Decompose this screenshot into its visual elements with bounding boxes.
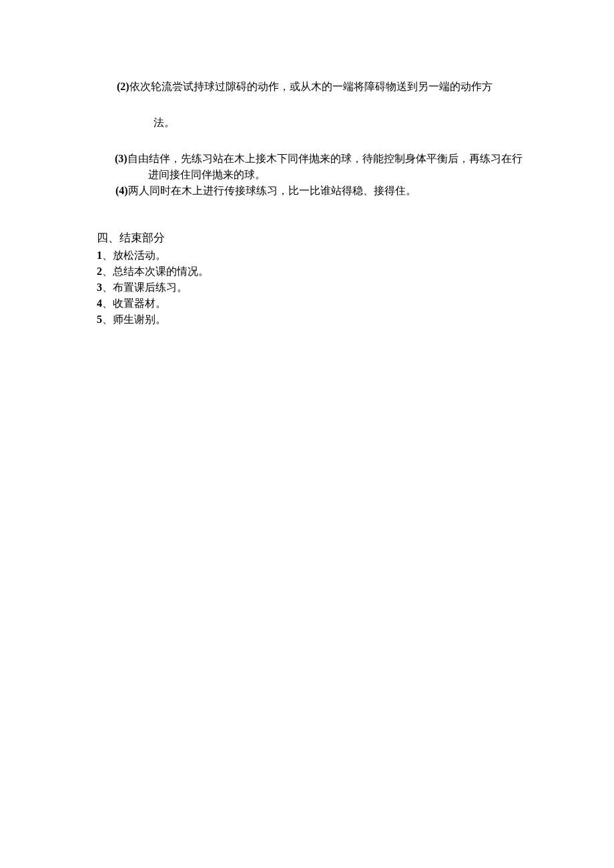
ending-sep-5: 、 — [102, 314, 113, 325]
item-3-line-2: 进间接住同伴抛来的球。 — [115, 167, 547, 183]
item-3-text-2: 进间接住同伴抛来的球。 — [148, 169, 266, 180]
ending-text-4: 收置器材。 — [113, 298, 166, 309]
ending-sep-1: 、 — [102, 250, 113, 261]
ending-num-3: 3 — [97, 282, 102, 293]
ending-sep-3: 、 — [102, 282, 113, 293]
ending-item-1: 1、放松活动。 — [97, 248, 547, 264]
practice-item-4: (4)两人同时在木上进行传接球练习，比一比谁站得稳、接得住。 — [97, 183, 547, 199]
ending-text-5: 师生谢别。 — [113, 314, 166, 325]
ending-num-4: 4 — [97, 298, 102, 309]
ending-sep-2: 、 — [102, 266, 113, 277]
item-3-marker: (3) — [115, 153, 127, 164]
item-2-line-2: 法。 — [97, 115, 547, 131]
item-2-marker: (2) — [117, 81, 129, 92]
item-2-line-1: (2)依次轮流尝试持球过隙碍的动作，或从木的一端将障碍物送到另一端的动作方 — [97, 79, 547, 95]
item-4-marker: (4) — [115, 185, 128, 196]
item-2-text-1: 依次轮流尝试持球过隙碍的动作，或从木的一端将障碍物送到另一端的动作方 — [129, 81, 493, 92]
ending-item-3: 3、布置课后练习。 — [97, 280, 547, 296]
ending-num-2: 2 — [97, 266, 102, 277]
ending-text-2: 总结本次课的情况。 — [113, 266, 209, 277]
section-4-title: 四、结束部分 — [97, 230, 547, 247]
ending-text-3: 布置课后练习。 — [113, 282, 188, 293]
item-3-line-1: (3)自由结伴，先练习站在木上接木下同伴抛来的球，待能控制身体平衡后，再练习在行 — [115, 151, 547, 167]
item-2-text-2: 法。 — [154, 117, 175, 128]
ending-sep-4: 、 — [102, 298, 113, 309]
ending-num-1: 1 — [97, 250, 102, 261]
practice-item-3: (3)自由结伴，先练习站在木上接木下同伴抛来的球，待能控制身体平衡后，再练习在行… — [97, 151, 547, 183]
practice-item-2: (2)依次轮流尝试持球过隙碍的动作，或从木的一端将障碍物送到另一端的动作方 法。 — [97, 79, 547, 131]
item-4-text: 两人同时在木上进行传接球练习，比一比谁站得稳、接得住。 — [128, 185, 416, 196]
ending-text-1: 放松活动。 — [113, 250, 166, 261]
ending-item-4: 4、收置器材。 — [97, 296, 547, 312]
item-3-text-1: 自由结伴，先练习站在木上接木下同伴抛来的球，待能控制身体平衡后，再练习在行 — [127, 153, 523, 164]
ending-num-5: 5 — [97, 314, 102, 325]
ending-item-5: 5、师生谢别。 — [97, 312, 547, 328]
ending-item-2: 2、总结本次课的情况。 — [97, 264, 547, 280]
